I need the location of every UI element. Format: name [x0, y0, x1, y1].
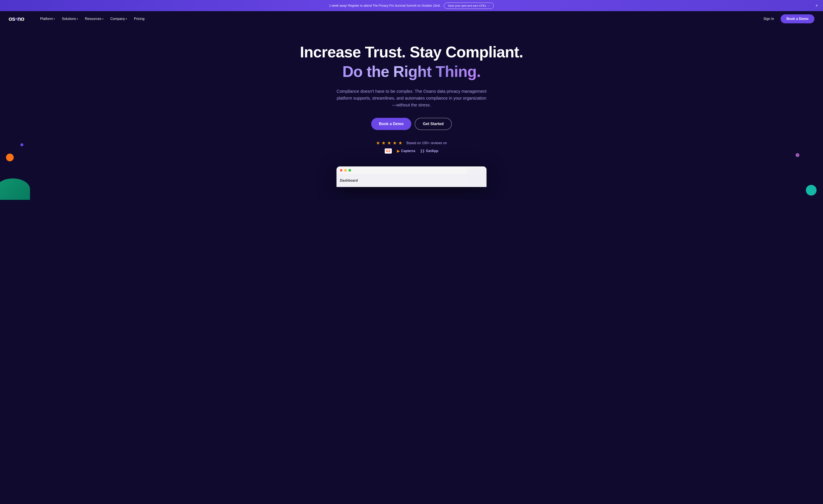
capterra-label: Capterra [401, 149, 416, 153]
banner-cta-button[interactable]: Save your spot and earn CPEs → [444, 3, 494, 9]
review-platforms: G2 ▶ Capterra ⟫⟫ GetApp [385, 149, 438, 154]
window-btn-close [340, 169, 342, 172]
deco-teal-circle [806, 185, 817, 196]
stars-row: ★ ★ ★ ★ ★ [376, 140, 402, 146]
deco-green-blob [0, 179, 30, 200]
star-3: ★ [387, 140, 391, 146]
hero-buttons: Book a Demo Get Started [371, 118, 452, 130]
announcement-banner: 1 week away! Register to attend The Priv… [0, 0, 823, 11]
star-5: ★ [398, 140, 402, 146]
deco-purple-circle [796, 153, 799, 157]
nav-links: Platform ▾ Solutions ▾ Resources ▾ Compa… [37, 15, 761, 22]
banner-text: 1 week away! Register to attend The Priv… [329, 4, 441, 7]
hero-book-demo-button[interactable]: Book a Demo [371, 118, 411, 130]
resources-label: Resources [85, 17, 101, 21]
platform-getapp: ⟫⟫ GetApp [420, 149, 438, 153]
solutions-chevron-icon: ▾ [77, 18, 78, 20]
company-chevron-icon: ▾ [126, 18, 127, 20]
g2-icon: G2 [385, 149, 392, 154]
hero-section: Increase Trust. Stay Compliant. Do the R… [0, 27, 823, 200]
deco-orange-circle [6, 154, 14, 161]
hero-title-line2: Do the Right Thing. [342, 62, 481, 81]
reviews-text: Based on 100+ reviews on [406, 141, 447, 145]
nav-right: Sign In Book a Demo [761, 14, 814, 23]
window-controls [336, 167, 487, 174]
company-label: Company [110, 17, 125, 21]
star-2: ★ [381, 140, 386, 146]
solutions-label: Solutions [62, 17, 76, 21]
nav-item-resources[interactable]: Resources ▾ [82, 15, 106, 22]
navbar: osno Platform ▾ Solutions ▾ Resources ▾ … [0, 11, 823, 27]
star-1: ★ [376, 140, 380, 146]
reviews-section: ★ ★ ★ ★ ★ Based on 100+ reviews on G2 ▶ … [376, 140, 447, 154]
platform-chevron-icon: ▾ [53, 18, 55, 20]
deco-blue-circle [20, 143, 23, 146]
nav-item-pricing[interactable]: Pricing [131, 15, 147, 22]
star-4: ★ [393, 140, 397, 146]
hero-subtitle: Compliance doesn't have to be complex. T… [336, 88, 487, 108]
platform-g2: G2 [385, 149, 392, 154]
window-btn-maximize [348, 169, 351, 172]
window-btn-minimize [344, 169, 347, 172]
hero-title-line1: Increase Trust. Stay Compliant. [300, 44, 523, 61]
nav-book-demo-button[interactable]: Book a Demo [781, 14, 814, 23]
getapp-icon: ⟫⟫ [420, 149, 425, 153]
logo-dot [15, 18, 17, 20]
nav-item-platform[interactable]: Platform ▾ [37, 15, 58, 22]
dashboard-content: Dashboard [336, 174, 487, 187]
hero-get-started-button[interactable]: Get Started [415, 118, 452, 130]
capterra-icon: ▶ [397, 149, 400, 153]
logo-text: osno [9, 15, 24, 22]
getapp-label: GetApp [426, 149, 438, 153]
dashboard-preview: Dashboard [336, 167, 487, 187]
logo[interactable]: osno [9, 15, 24, 22]
nav-item-solutions[interactable]: Solutions ▾ [59, 15, 81, 22]
resources-chevron-icon: ▾ [102, 18, 104, 20]
nav-item-company[interactable]: Company ▾ [107, 15, 130, 22]
sidebar-preview [467, 169, 487, 184]
banner-close-button[interactable]: × [816, 4, 818, 7]
platform-capterra: ▶ Capterra [397, 149, 416, 153]
pricing-label: Pricing [134, 17, 144, 21]
platform-label: Platform [40, 17, 53, 21]
sign-in-button[interactable]: Sign In [761, 15, 777, 22]
dashboard-label: Dashboard [340, 179, 358, 183]
